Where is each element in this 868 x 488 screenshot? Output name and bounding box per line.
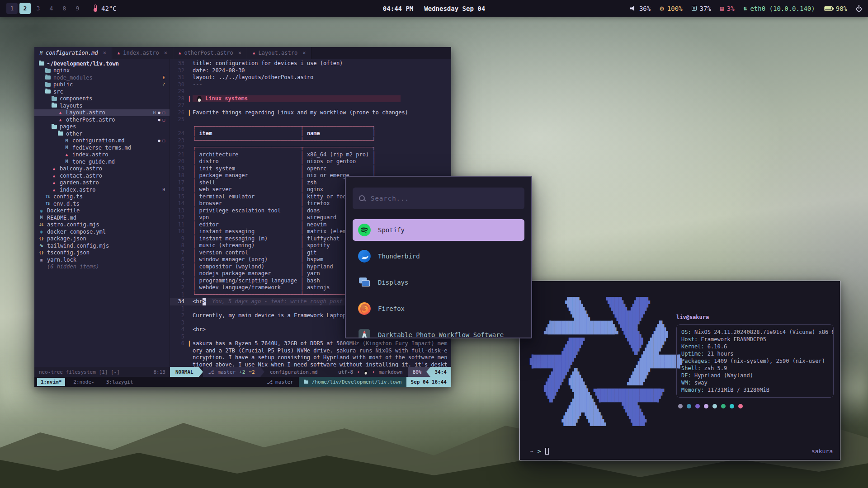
branch-name: master xyxy=(217,369,236,375)
module-network[interactable]: eth0 (10.0.0.140) xyxy=(744,5,815,12)
tree-item[interactable]: ▣yarn.lock xyxy=(34,256,170,263)
network-icon xyxy=(744,5,747,11)
tree-item[interactable]: JSastro.config.mjs xyxy=(34,221,170,229)
line-number: 12 xyxy=(170,214,189,221)
tmux-branch-name: master xyxy=(275,379,293,385)
tree-item[interactable]: components xyxy=(34,95,170,103)
tab-otherPost.astro[interactable]: ▲otherPost.astro× xyxy=(173,47,247,59)
tree-item[interactable]: ~/Development/liv.town xyxy=(34,60,170,67)
tree-item-label: env.d.ts xyxy=(53,201,80,207)
tree-item-label: tone-guide.md xyxy=(72,159,115,165)
table-row[interactable]: 20│ distro │ nixos or gentoo │ xyxy=(170,158,451,165)
tree-item[interactable]: TSconfig.ts xyxy=(34,193,170,201)
tree-item[interactable]: node_modulesE xyxy=(34,74,170,81)
tree-item[interactable]: ▲index.astro xyxy=(34,151,170,159)
tree-item[interactable]: {}tsconfig.json xyxy=(34,249,170,257)
tree-item[interactable]: ▲balcony.astro xyxy=(34,165,170,173)
editor-line[interactable]: 29 xyxy=(170,88,451,95)
tree-item[interactable]: {}package.json xyxy=(34,235,170,243)
workspace-button[interactable]: 9 xyxy=(72,3,83,14)
workspace-button[interactable]: 2 xyxy=(19,3,31,14)
module-gear[interactable]: 100% xyxy=(660,5,682,12)
launcher-item[interactable]: Firefox xyxy=(353,298,524,319)
module-power[interactable] xyxy=(856,5,862,12)
tab-Layout.astro[interactable]: ▲Layout.astro× xyxy=(247,47,311,59)
workspace-button[interactable]: 8 xyxy=(59,3,70,14)
launcher-item[interactable]: Darktable Photo Workflow Software xyxy=(353,324,524,338)
js-icon: JS xyxy=(38,223,45,227)
launcher-item[interactable]: Spotify xyxy=(353,219,524,241)
tree-item[interactable]: layouts xyxy=(34,102,170,109)
editor-line[interactable]: 27 xyxy=(170,102,451,109)
module-cpu[interactable]: 37% xyxy=(692,5,711,12)
editor-line[interactable]: 32date: 2024-08-30 xyxy=(170,67,451,75)
tmux-window[interactable]: 3:lazygit xyxy=(103,378,137,386)
top-bar: 123489 42°C 04:44 PM Wednesday Sep 04 36… xyxy=(0,0,868,17)
table-border[interactable]: 23└────────────────────────────────┴────… xyxy=(170,137,451,145)
table-row[interactable]: 19│ init system │ openrc │ xyxy=(170,165,451,173)
close-icon[interactable]: × xyxy=(302,50,306,56)
tree-item[interactable]: Mconfiguration.md●□ xyxy=(34,137,170,145)
tree-item[interactable]: public? xyxy=(34,81,170,89)
module-battery[interactable]: 98% xyxy=(824,5,847,12)
launcher-item-label: Spotify xyxy=(378,226,405,234)
workspace-button[interactable]: 1 xyxy=(6,3,18,14)
table-row[interactable]: 21│ architecture │ x86_64 (rip m2 pro) │ xyxy=(170,151,451,159)
folder-icon xyxy=(304,380,308,383)
tree-item[interactable]: Mfediverse-terms.md xyxy=(34,144,170,151)
tree-item[interactable]: Mtone-guide.md xyxy=(34,158,170,165)
close-icon[interactable]: × xyxy=(103,50,106,56)
tree-item[interactable]: ▲contact.astro xyxy=(34,172,170,179)
editor-line[interactable]: 33title: configuration for devices i use… xyxy=(170,60,451,67)
tree-item[interactable]: ◉docker-compose.yml xyxy=(34,228,170,235)
editor-line[interactable]: 30--- xyxy=(170,81,451,89)
shell-prompt[interactable]: ~ > sakura xyxy=(530,448,833,455)
editor-line[interactable]: 28▎Linux systems xyxy=(170,95,451,103)
tree-item[interactable]: nginx xyxy=(34,67,170,75)
editor-line[interactable]: 25 xyxy=(170,116,451,123)
launcher-item[interactable]: Displays xyxy=(353,272,524,293)
table-border[interactable]: ┌────────────────────────────────┬──────… xyxy=(170,123,451,131)
close-icon[interactable]: × xyxy=(164,50,167,56)
tree-item[interactable]: ▲Layout.astroH●□ xyxy=(34,109,170,117)
tmux-window[interactable]: 1:nvim* xyxy=(37,378,65,386)
tree-item[interactable]: pages xyxy=(34,123,170,131)
tree-item[interactable]: ▲otherPost.astro●□ xyxy=(34,116,170,123)
tree-item[interactable]: (6 hidden items) xyxy=(34,263,170,271)
tree-item[interactable]: ▲index.astroH xyxy=(34,186,170,193)
tree-item[interactable]: other xyxy=(34,130,170,137)
launcher-item[interactable]: Thunderbird xyxy=(353,245,524,267)
line-number: 33 xyxy=(170,60,189,67)
editor-line[interactable]: 31layout: ../../layouts/otherPost.astro xyxy=(170,74,451,81)
tree-item[interactable]: ◉Dockerfile xyxy=(34,207,170,215)
statusline-center: configuration.md utf-8 markdown xyxy=(264,367,408,377)
tab-configuration.md[interactable]: Mconfiguration.md× xyxy=(34,47,112,59)
nixos-logo: ▗▄▄▄ ▗▄▄▄▄ ▄▄▄▖ ▜███▙ ▜███▙ ▟███▛ ▜███▙ … xyxy=(530,294,682,429)
tree-item[interactable]: MREADME.md xyxy=(34,214,170,221)
search-input[interactable] xyxy=(371,195,518,202)
tree-item[interactable]: ▲garden.astro xyxy=(34,179,170,187)
ts-icon: TS xyxy=(44,195,51,199)
astro-icon: ▲ xyxy=(51,180,57,185)
tmux-window[interactable]: 2:node- xyxy=(70,378,98,386)
table-row[interactable]: 24│ item │ name │ xyxy=(170,130,451,137)
astro-icon: ▲ xyxy=(63,152,70,157)
close-icon[interactable]: × xyxy=(238,50,241,56)
tree-item[interactable]: ∿tailwind.config.mjs xyxy=(34,242,170,249)
workspace-button[interactable]: 4 xyxy=(46,3,57,14)
module-memory[interactable]: 3% xyxy=(720,5,735,12)
editor-line[interactable]: 6▎sakura has a Ryzen 5 7640U, 32GB of DD… xyxy=(170,340,451,367)
search-bar[interactable] xyxy=(353,188,524,209)
tree-item[interactable]: src xyxy=(34,88,170,95)
workspace-button[interactable]: 3 xyxy=(33,3,44,14)
folder-icon xyxy=(58,131,63,136)
tab-index.astro[interactable]: ▲index.astro× xyxy=(112,47,173,59)
tree-item[interactable]: TSenv.d.ts xyxy=(34,200,170,207)
system-info-line: OS: NixOS 24.11.20240828.71e91c4 (Vicuna… xyxy=(681,328,829,336)
thunderbird-icon xyxy=(358,249,371,263)
module-volume[interactable]: 36% xyxy=(630,5,651,12)
editor-line[interactable]: 26▎Favorite things regarding Linux and m… xyxy=(170,109,451,117)
line-number: 30 xyxy=(170,81,189,89)
table-border[interactable]: 22┌────────────────────────────────┬────… xyxy=(170,144,451,151)
displays-icon xyxy=(358,276,371,289)
